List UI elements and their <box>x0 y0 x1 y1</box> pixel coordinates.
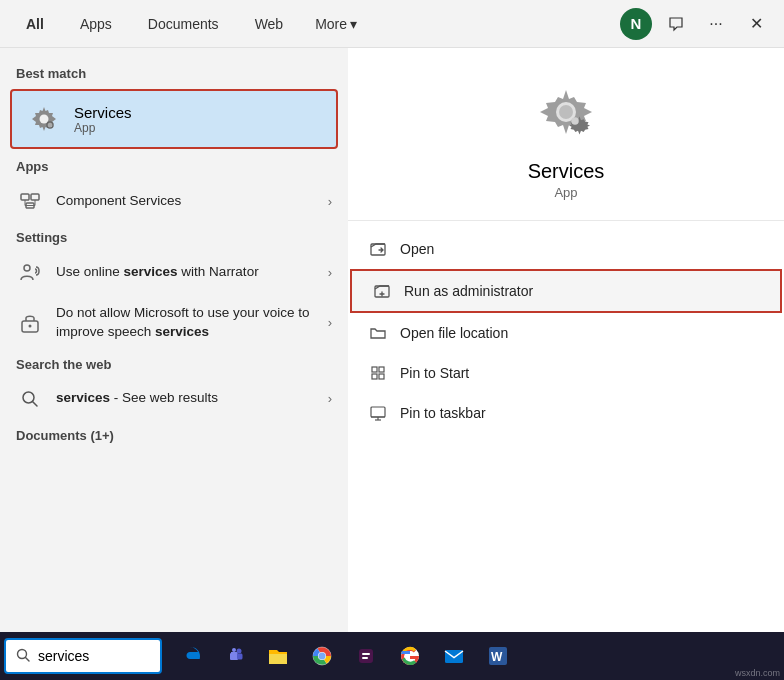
left-panel: Best match Services App Apps <box>0 48 348 632</box>
services-app-icon <box>26 101 62 137</box>
pin-start-icon <box>368 363 388 383</box>
pin-taskbar-icon <box>368 403 388 423</box>
tab-documents[interactable]: Documents <box>134 8 233 40</box>
settings-section-label: Settings <box>0 224 348 249</box>
more-options-button[interactable]: ··· <box>700 8 732 40</box>
best-match-label: Best match <box>0 60 348 85</box>
web-search-label-text: services - See web results <box>56 389 316 408</box>
taskbar-word[interactable]: W <box>478 636 518 676</box>
tab-web[interactable]: Web <box>241 8 298 40</box>
context-open-file-location-label: Open file location <box>400 325 508 341</box>
best-match-text: Services App <box>74 104 132 135</box>
component-services-icon <box>16 187 44 215</box>
narrator-icon <box>16 258 44 286</box>
svg-rect-24 <box>371 407 385 417</box>
taskbar-search-box[interactable] <box>4 638 162 674</box>
svg-point-17 <box>571 117 579 125</box>
svg-point-16 <box>559 105 573 119</box>
context-pin-taskbar-label: Pin to taskbar <box>400 405 486 421</box>
narrator-services-arrow: › <box>328 265 332 280</box>
svg-rect-20 <box>372 367 377 372</box>
taskbar-explorer[interactable] <box>258 636 298 676</box>
taskbar-google[interactable] <box>390 636 430 676</box>
svg-rect-23 <box>379 374 384 379</box>
context-open-file-location[interactable]: Open file location <box>348 313 784 353</box>
svg-rect-21 <box>379 367 384 372</box>
svg-line-14 <box>33 401 38 406</box>
main-area: Best match Services App Apps <box>0 48 784 632</box>
list-item-narrator-services[interactable]: Use online services with Narrator › <box>0 249 348 295</box>
tab-more[interactable]: More <box>305 8 367 40</box>
taskbar-edge[interactable] <box>170 636 210 676</box>
list-item-privacy-services[interactable]: Do not allow Microsoft to use your voice… <box>0 295 348 351</box>
best-match-title: Services <box>74 104 132 121</box>
privacy-services-arrow: › <box>328 315 332 330</box>
list-item-component-services[interactable]: Component Services › <box>0 178 348 224</box>
taskbar-apps: W <box>170 636 518 676</box>
feedback-button[interactable] <box>660 8 692 40</box>
web-search-arrow: › <box>328 391 332 406</box>
top-navigation: All Apps Documents Web More N ··· ✕ <box>0 0 784 48</box>
right-app-name: Services <box>528 160 605 183</box>
privacy-services-label: Do not allow Microsoft to use your voice… <box>56 304 316 342</box>
right-panel: Services App Open <box>348 48 784 632</box>
taskbar-mail[interactable] <box>434 636 474 676</box>
tab-all[interactable]: All <box>12 8 58 40</box>
svg-rect-22 <box>372 374 377 379</box>
web-search-icon <box>16 385 44 413</box>
svg-point-12 <box>29 324 32 327</box>
taskbar: W wsxdn.com <box>0 632 784 680</box>
app-detail-header: Services App <box>348 48 784 221</box>
best-match-subtitle: App <box>74 121 132 135</box>
svg-text:W: W <box>491 650 503 664</box>
component-services-label: Component Services <box>56 192 316 211</box>
svg-rect-36 <box>445 650 463 663</box>
web-search-label: Search the web <box>0 351 348 376</box>
component-services-arrow: › <box>328 194 332 209</box>
context-pin-start[interactable]: Pin to Start <box>348 353 784 393</box>
close-button[interactable]: ✕ <box>740 8 772 40</box>
taskbar-search-icon <box>16 648 30 665</box>
run-as-admin-icon <box>372 281 392 301</box>
list-item-web-search[interactable]: services - See web results › <box>0 376 348 422</box>
open-icon <box>368 239 388 259</box>
tab-apps[interactable]: Apps <box>66 8 126 40</box>
context-menu: Open Run as administrator <box>348 221 784 441</box>
privacy-icon <box>16 309 44 337</box>
svg-point-1 <box>40 115 49 124</box>
context-run-as-admin-label: Run as administrator <box>404 283 533 299</box>
context-pin-taskbar[interactable]: Pin to taskbar <box>348 393 784 433</box>
svg-rect-34 <box>359 649 373 663</box>
taskbar-chrome[interactable] <box>302 636 342 676</box>
context-open[interactable]: Open <box>348 229 784 269</box>
narrator-services-label: Use online services with Narrator <box>56 263 316 282</box>
svg-rect-4 <box>31 194 39 200</box>
taskbar-teams[interactable] <box>214 636 254 676</box>
services-large-icon <box>530 78 602 150</box>
watermark: wsxdn.com <box>735 668 780 678</box>
svg-point-30 <box>237 649 242 654</box>
apps-section-label: Apps <box>0 153 348 178</box>
right-app-type: App <box>554 185 577 200</box>
svg-line-29 <box>26 657 30 661</box>
svg-rect-3 <box>21 194 29 200</box>
taskbar-slack[interactable] <box>346 636 386 676</box>
taskbar-search-input[interactable] <box>38 648 150 664</box>
context-pin-start-label: Pin to Start <box>400 365 469 381</box>
documents-label: Documents (1+) <box>0 422 348 447</box>
open-file-location-icon <box>368 323 388 343</box>
best-match-services[interactable]: Services App <box>10 89 338 149</box>
user-avatar[interactable]: N <box>620 8 652 40</box>
context-run-as-admin[interactable]: Run as administrator <box>350 269 782 313</box>
context-open-label: Open <box>400 241 434 257</box>
svg-point-33 <box>319 653 326 660</box>
svg-point-10 <box>24 265 30 271</box>
